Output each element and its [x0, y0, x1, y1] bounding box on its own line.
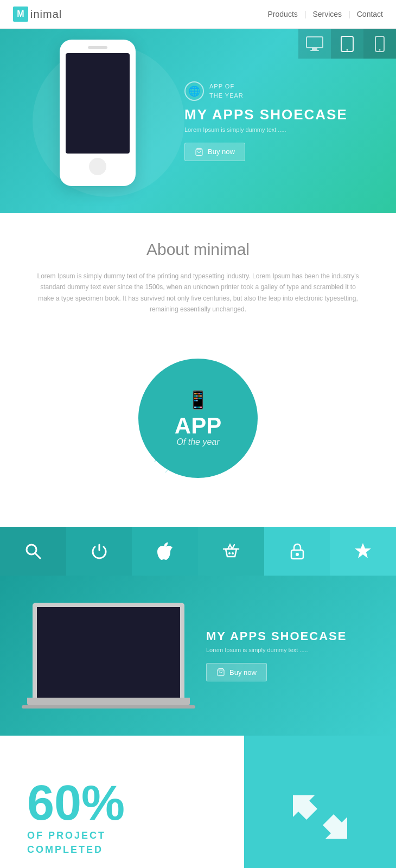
laptop-subtitle: Lorem Ipsum is simply dummy text ..... [206, 647, 347, 653]
navbar: M inimal Products | Services | Contact [0, 0, 396, 29]
logo: M inimal [13, 7, 62, 22]
about-title: About minimal [33, 240, 363, 259]
svg-rect-0 [306, 37, 323, 48]
app-year-circle: 📱 APP Of the year [138, 359, 258, 478]
laptop-body [33, 603, 184, 709]
nav-divider-2: | [348, 10, 350, 18]
icon-basket[interactable] [198, 527, 264, 576]
hero-section: 🌐 APP OFTHE YEAR MY APPS SHOECASE Lorem … [0, 29, 396, 213]
app-year-container: 📱 APP Of the year [122, 342, 274, 494]
phone-home-btn [89, 158, 106, 175]
stats-label-2: COMPLETED [27, 844, 103, 856]
arrows-icon [288, 790, 353, 844]
svg-point-4 [347, 49, 348, 50]
laptop-screen [33, 603, 184, 698]
globe-icon: 🌐 [184, 81, 204, 101]
hero-phone [54, 40, 141, 202]
stats-left: 60% OF PROJECT COMPLETED [0, 736, 244, 868]
phone-year-icon: 📱 [187, 390, 209, 410]
app-badge: 🌐 APP OFTHE YEAR [184, 81, 348, 101]
laptop-content: MY APPS SHOECASE Lorem Ipsum is simply d… [206, 629, 347, 681]
svg-marker-18 [293, 795, 317, 820]
laptop-foot [22, 705, 195, 709]
laptop-wrapper [33, 603, 184, 709]
svg-line-11 [35, 553, 40, 558]
svg-rect-2 [310, 50, 319, 51]
hero-content: 🌐 APP OFTHE YEAR MY APPS SHOECASE Lorem … [184, 81, 348, 161]
app-badge-text: APP OFTHE YEAR [209, 82, 244, 100]
stats-label-1: OF PROJECT [27, 830, 106, 841]
stats-section: 60% OF PROJECT COMPLETED [0, 736, 396, 868]
svg-marker-19 [323, 814, 347, 839]
stats-right [244, 736, 396, 868]
svg-point-15 [296, 553, 299, 556]
laptop-title: MY APPS SHOECASE [206, 629, 347, 643]
icon-lock[interactable] [264, 527, 330, 576]
app-year-big: APP [175, 414, 221, 437]
phone-screen [66, 53, 130, 154]
icon-power[interactable] [66, 527, 132, 576]
stats-percent: 60% [27, 778, 125, 827]
svg-point-6 [379, 49, 381, 50]
phone-small-icon[interactable] [363, 29, 396, 59]
icons-strip [0, 527, 396, 576]
nav-divider-1: | [304, 10, 306, 18]
laptop-section: MY APPS SHOECASE Lorem Ipsum is simply d… [0, 576, 396, 736]
phone-speaker [88, 46, 107, 49]
desktop-icon[interactable] [298, 29, 331, 59]
laptop-cart-icon [216, 668, 225, 676]
svg-point-12 [228, 552, 231, 554]
logo-icon: M [13, 7, 28, 22]
nav-contact[interactable]: Contact [357, 10, 383, 18]
hero-title: MY APPS SHOECASE [184, 106, 348, 123]
nav-products[interactable]: Products [268, 10, 298, 18]
about-body: Lorem Ipsum is simply dummy text of the … [33, 271, 363, 315]
device-icons [298, 29, 396, 59]
logo-text: inimal [30, 8, 62, 21]
icon-apple[interactable] [132, 527, 198, 576]
tablet-icon[interactable] [331, 29, 363, 59]
app-year-small: Of the year [176, 437, 219, 447]
about-section: About minimal Lorem Ipsum is simply dumm… [0, 213, 396, 527]
cart-icon [195, 148, 203, 156]
nav-services[interactable]: Services [312, 10, 342, 18]
laptop-base [27, 698, 190, 705]
hero-subtitle: Lorem Ipsum is simply dummy text ..... [184, 126, 348, 133]
icon-star[interactable] [330, 527, 396, 576]
hero-buy-button[interactable]: Buy now [184, 143, 245, 161]
laptop-buy-button[interactable]: Buy now [206, 663, 267, 681]
svg-marker-16 [355, 543, 371, 558]
icon-search[interactable] [0, 527, 66, 576]
nav-links: Products | Services | Contact [268, 10, 383, 18]
svg-point-13 [232, 552, 234, 554]
svg-rect-1 [312, 48, 317, 50]
